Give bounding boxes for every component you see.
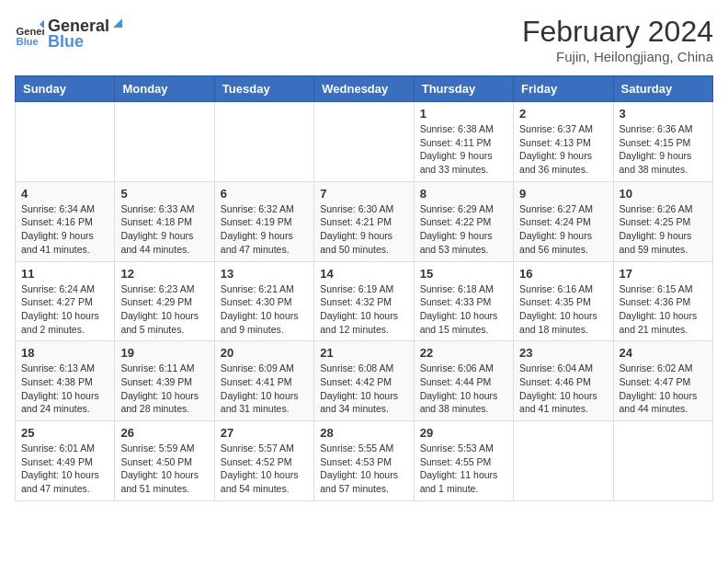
calendar-cell: 27Sunrise: 5:57 AMSunset: 4:52 PMDayligh… bbox=[214, 421, 313, 501]
day-number: 23 bbox=[519, 346, 607, 360]
day-number: 1 bbox=[420, 107, 507, 121]
calendar-cell: 17Sunrise: 6:15 AMSunset: 4:36 PMDayligh… bbox=[613, 261, 712, 341]
svg-marker-3 bbox=[113, 18, 122, 28]
day-info: Sunrise: 6:37 AMSunset: 4:13 PMDaylight:… bbox=[519, 122, 607, 177]
day-info: Sunrise: 6:36 AMSunset: 4:15 PMDaylight:… bbox=[620, 122, 707, 177]
day-number: 3 bbox=[620, 107, 707, 121]
day-info: Sunrise: 6:01 AMSunset: 4:49 PMDaylight:… bbox=[21, 442, 108, 496]
calendar-cell: 5Sunrise: 6:33 AMSunset: 4:18 PMDaylight… bbox=[115, 181, 214, 261]
day-info: Sunrise: 5:53 AMSunset: 4:55 PMDaylight:… bbox=[420, 442, 507, 496]
calendar-cell: 25Sunrise: 6:01 AMSunset: 4:49 PMDayligh… bbox=[16, 421, 115, 501]
day-info: Sunrise: 6:23 AMSunset: 4:29 PMDaylight:… bbox=[120, 282, 208, 337]
day-info: Sunrise: 6:32 AMSunset: 4:19 PMDaylight:… bbox=[221, 202, 308, 257]
logo-icon: General Blue bbox=[15, 18, 44, 48]
day-number: 4 bbox=[21, 187, 108, 201]
weekday-header-saturday: Saturday bbox=[613, 76, 712, 102]
week-row-0: 1Sunrise: 6:38 AMSunset: 4:11 PMDaylight… bbox=[16, 102, 713, 182]
day-info: Sunrise: 6:26 AMSunset: 4:25 PMDaylight:… bbox=[620, 202, 707, 257]
day-info: Sunrise: 6:34 AMSunset: 4:16 PMDaylight:… bbox=[21, 202, 108, 257]
calendar-cell: 6Sunrise: 6:32 AMSunset: 4:19 PMDaylight… bbox=[214, 181, 313, 261]
day-info: Sunrise: 6:09 AMSunset: 4:41 PMDaylight:… bbox=[221, 362, 308, 416]
week-row-3: 18Sunrise: 6:13 AMSunset: 4:38 PMDayligh… bbox=[16, 341, 713, 421]
calendar-cell: 26Sunrise: 5:59 AMSunset: 4:50 PMDayligh… bbox=[115, 421, 214, 501]
weekday-header-row: SundayMondayTuesdayWednesdayThursdayFrid… bbox=[16, 76, 713, 102]
calendar-cell: 24Sunrise: 6:02 AMSunset: 4:47 PMDayligh… bbox=[613, 341, 712, 421]
day-info: Sunrise: 6:16 AMSunset: 4:35 PMDaylight:… bbox=[519, 282, 607, 337]
calendar-cell bbox=[115, 102, 214, 182]
day-info: Sunrise: 6:06 AMSunset: 4:44 PMDaylight:… bbox=[420, 362, 507, 416]
calendar-cell: 22Sunrise: 6:06 AMSunset: 4:44 PMDayligh… bbox=[414, 341, 513, 421]
day-number: 21 bbox=[320, 346, 407, 360]
day-info: Sunrise: 5:55 AMSunset: 4:53 PMDaylight:… bbox=[320, 442, 407, 496]
calendar-cell: 4Sunrise: 6:34 AMSunset: 4:16 PMDaylight… bbox=[16, 181, 115, 261]
day-number: 27 bbox=[221, 426, 308, 440]
day-info: Sunrise: 6:13 AMSunset: 4:38 PMDaylight:… bbox=[21, 362, 108, 416]
calendar-cell: 13Sunrise: 6:21 AMSunset: 4:30 PMDayligh… bbox=[214, 261, 313, 341]
day-info: Sunrise: 6:30 AMSunset: 4:21 PMDaylight:… bbox=[320, 202, 407, 257]
day-number: 20 bbox=[221, 346, 308, 360]
day-info: Sunrise: 6:29 AMSunset: 4:22 PMDaylight:… bbox=[420, 202, 507, 257]
calendar-cell bbox=[16, 102, 115, 182]
day-number: 7 bbox=[320, 187, 407, 201]
day-info: Sunrise: 6:08 AMSunset: 4:42 PMDaylight:… bbox=[320, 362, 407, 416]
calendar-cell: 28Sunrise: 5:55 AMSunset: 4:53 PMDayligh… bbox=[314, 421, 414, 501]
calendar-cell bbox=[314, 102, 414, 182]
day-info: Sunrise: 5:59 AMSunset: 4:50 PMDaylight:… bbox=[120, 442, 208, 496]
weekday-header-wednesday: Wednesday bbox=[314, 76, 414, 102]
calendar-cell bbox=[514, 421, 613, 501]
day-number: 26 bbox=[120, 426, 208, 440]
day-info: Sunrise: 6:19 AMSunset: 4:32 PMDaylight:… bbox=[320, 282, 407, 337]
day-number: 13 bbox=[221, 267, 308, 281]
calendar-cell: 11Sunrise: 6:24 AMSunset: 4:27 PMDayligh… bbox=[16, 261, 115, 341]
calendar-cell: 21Sunrise: 6:08 AMSunset: 4:42 PMDayligh… bbox=[314, 341, 414, 421]
day-number: 9 bbox=[519, 187, 607, 201]
calendar-cell: 7Sunrise: 6:30 AMSunset: 4:21 PMDaylight… bbox=[314, 181, 414, 261]
day-info: Sunrise: 6:18 AMSunset: 4:33 PMDaylight:… bbox=[420, 282, 507, 337]
day-number: 22 bbox=[420, 346, 507, 360]
calendar-cell: 3Sunrise: 6:36 AMSunset: 4:15 PMDaylight… bbox=[613, 102, 712, 182]
title-block: February 2024 Fujin, Heilongjiang, China bbox=[522, 15, 713, 64]
day-number: 5 bbox=[120, 187, 208, 201]
logo: General Blue General Blue bbox=[15, 15, 126, 52]
calendar-cell: 23Sunrise: 6:04 AMSunset: 4:46 PMDayligh… bbox=[514, 341, 613, 421]
day-info: Sunrise: 6:21 AMSunset: 4:30 PMDaylight:… bbox=[221, 282, 308, 337]
day-number: 29 bbox=[420, 426, 507, 440]
weekday-header-tuesday: Tuesday bbox=[214, 76, 313, 102]
calendar-cell: 2Sunrise: 6:37 AMSunset: 4:13 PMDaylight… bbox=[514, 102, 613, 182]
day-info: Sunrise: 6:11 AMSunset: 4:39 PMDaylight:… bbox=[120, 362, 208, 416]
weekday-header-sunday: Sunday bbox=[16, 76, 115, 102]
calendar-cell: 15Sunrise: 6:18 AMSunset: 4:33 PMDayligh… bbox=[414, 261, 513, 341]
calendar-cell: 20Sunrise: 6:09 AMSunset: 4:41 PMDayligh… bbox=[214, 341, 313, 421]
day-number: 19 bbox=[120, 346, 208, 360]
weekday-header-monday: Monday bbox=[115, 76, 214, 102]
calendar-cell: 29Sunrise: 5:53 AMSunset: 4:55 PMDayligh… bbox=[414, 421, 513, 501]
day-info: Sunrise: 6:33 AMSunset: 4:18 PMDaylight:… bbox=[120, 202, 208, 257]
calendar-cell: 9Sunrise: 6:27 AMSunset: 4:24 PMDaylight… bbox=[514, 181, 613, 261]
day-number: 24 bbox=[620, 346, 707, 360]
day-info: Sunrise: 6:38 AMSunset: 4:11 PMDaylight:… bbox=[420, 122, 507, 177]
calendar-cell: 18Sunrise: 6:13 AMSunset: 4:38 PMDayligh… bbox=[16, 341, 115, 421]
calendar-cell bbox=[613, 421, 712, 501]
calendar-cell: 1Sunrise: 6:38 AMSunset: 4:11 PMDaylight… bbox=[414, 102, 513, 182]
day-number: 8 bbox=[420, 187, 507, 201]
day-number: 11 bbox=[21, 267, 108, 281]
month-year: February 2024 bbox=[522, 15, 713, 49]
location: Fujin, Heilongjiang, China bbox=[522, 49, 713, 64]
calendar-cell: 19Sunrise: 6:11 AMSunset: 4:39 PMDayligh… bbox=[115, 341, 214, 421]
svg-text:Blue: Blue bbox=[17, 36, 39, 47]
calendar-cell bbox=[214, 102, 313, 182]
day-number: 12 bbox=[120, 267, 208, 281]
calendar-cell: 10Sunrise: 6:26 AMSunset: 4:25 PMDayligh… bbox=[613, 181, 712, 261]
weekday-header-friday: Friday bbox=[514, 76, 613, 102]
day-info: Sunrise: 5:57 AMSunset: 4:52 PMDaylight:… bbox=[221, 442, 308, 496]
day-number: 18 bbox=[21, 346, 108, 360]
calendar-cell: 12Sunrise: 6:23 AMSunset: 4:29 PMDayligh… bbox=[115, 261, 214, 341]
day-number: 14 bbox=[320, 267, 407, 281]
day-number: 17 bbox=[620, 267, 707, 281]
day-info: Sunrise: 6:24 AMSunset: 4:27 PMDaylight:… bbox=[21, 282, 108, 337]
day-info: Sunrise: 6:27 AMSunset: 4:24 PMDaylight:… bbox=[519, 202, 607, 257]
week-row-2: 11Sunrise: 6:24 AMSunset: 4:27 PMDayligh… bbox=[16, 261, 713, 341]
day-number: 6 bbox=[221, 187, 308, 201]
calendar-table: SundayMondayTuesdayWednesdayThursdayFrid… bbox=[15, 75, 713, 501]
day-number: 25 bbox=[21, 426, 108, 440]
